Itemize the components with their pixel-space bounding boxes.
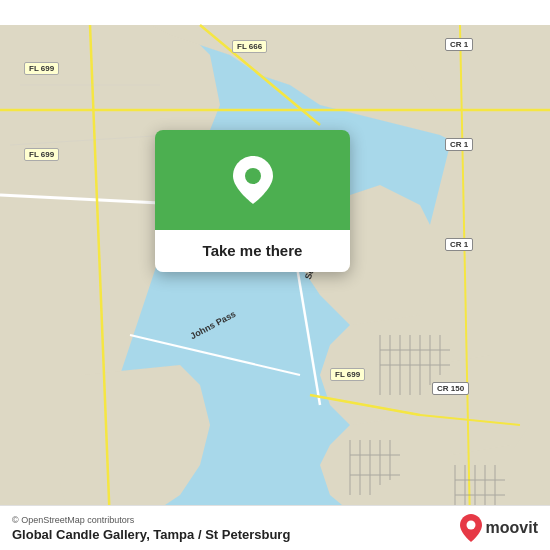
popup-white-footer: Take me there (155, 230, 350, 272)
map-container: FL 699 FL 699 FL 666 CR 1 CR 1 CR 1 FL 6… (0, 0, 550, 550)
popup-green-header (155, 130, 350, 230)
bottom-bar: © OpenStreetMap contributors Global Cand… (0, 505, 550, 550)
svg-point-46 (466, 521, 475, 530)
fl-666-label: FL 666 (232, 40, 267, 53)
moovit-pin-icon (460, 514, 482, 542)
cr-1-label-1: CR 1 (445, 38, 473, 51)
popup-card: Take me there (155, 130, 350, 272)
bottom-left-info: © OpenStreetMap contributors Global Cand… (12, 515, 290, 542)
cr-1-label-3: CR 1 (445, 238, 473, 251)
moovit-logo[interactable]: moovit (460, 514, 538, 542)
location-pin-icon (233, 156, 273, 204)
fl-699-label-top: FL 699 (24, 62, 59, 75)
fl-699-label-mid: FL 699 (24, 148, 59, 161)
fl-699-label-lower: FL 699 (330, 368, 365, 381)
svg-point-45 (245, 168, 261, 184)
take-me-there-button[interactable]: Take me there (203, 242, 303, 259)
osm-credit: © OpenStreetMap contributors (12, 515, 290, 525)
cr-1-label-2: CR 1 (445, 138, 473, 151)
cr-150-label: CR 150 (432, 382, 469, 395)
moovit-text: moovit (486, 519, 538, 537)
location-name: Global Candle Gallery, Tampa / St Peters… (12, 527, 290, 542)
